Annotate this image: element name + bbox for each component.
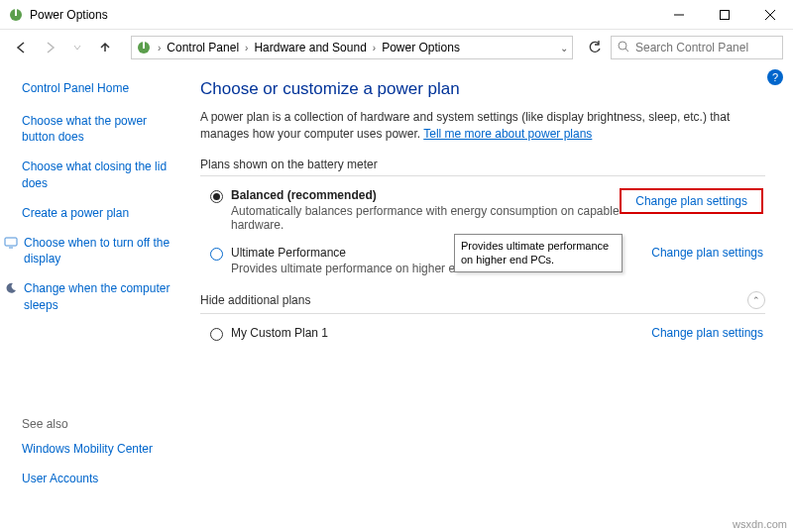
window-title: Power Options bbox=[30, 8, 656, 22]
sidebar-link-display[interactable]: Choose when to turn off the display bbox=[4, 235, 176, 266]
plan-name: My Custom Plan 1 bbox=[231, 326, 651, 340]
sidebar-link-lid[interactable]: Choose what closing the lid does bbox=[22, 159, 176, 190]
change-plan-settings-link[interactable]: Change plan settings bbox=[651, 246, 763, 260]
plan-row-custom: My Custom Plan 1 Change plan settings bbox=[200, 322, 765, 351]
hide-additional-header[interactable]: Hide additional plans ⌃ bbox=[200, 291, 765, 314]
plan-description: Automatically balances performance with … bbox=[231, 204, 620, 232]
close-button[interactable] bbox=[747, 0, 793, 30]
back-button[interactable] bbox=[10, 36, 34, 59]
refresh-button[interactable] bbox=[583, 36, 607, 59]
up-button[interactable] bbox=[93, 36, 117, 59]
recent-dropdown[interactable] bbox=[65, 36, 89, 59]
svg-line-9 bbox=[625, 49, 628, 52]
sidebar-item-label: Choose when to turn off the display bbox=[24, 235, 176, 266]
learn-more-link[interactable]: Tell me more about power plans bbox=[423, 127, 592, 141]
search-input[interactable] bbox=[635, 41, 784, 54]
sidebar-link-power-button[interactable]: Choose what the power button does bbox=[22, 113, 176, 145]
plans-section-header: Plans shown on the battery meter bbox=[200, 158, 765, 176]
svg-rect-10 bbox=[5, 238, 17, 246]
plan-name: Balanced (recommended) bbox=[231, 188, 620, 202]
radio-ultimate[interactable] bbox=[210, 248, 223, 261]
app-icon bbox=[8, 7, 24, 23]
power-options-icon bbox=[136, 40, 152, 55]
chevron-right-icon: › bbox=[371, 43, 378, 53]
svg-point-8 bbox=[619, 42, 626, 50]
sidebar-link-create-plan[interactable]: Create a power plan bbox=[22, 205, 176, 221]
see-also-label: See also bbox=[22, 417, 176, 431]
display-icon bbox=[4, 236, 18, 250]
search-icon bbox=[618, 39, 629, 56]
see-also-mobility[interactable]: Windows Mobility Center bbox=[22, 441, 176, 457]
search-box[interactable] bbox=[611, 36, 783, 59]
sidebar-link-sleep[interactable]: Change when the computer sleeps bbox=[4, 280, 176, 312]
moon-icon bbox=[4, 281, 18, 295]
radio-balanced[interactable] bbox=[210, 190, 223, 203]
radio-custom[interactable] bbox=[210, 328, 223, 341]
see-also-accounts[interactable]: User Accounts bbox=[22, 471, 176, 486]
change-plan-settings-link[interactable]: Change plan settings bbox=[620, 188, 763, 214]
chevron-down-icon[interactable]: ⌄ bbox=[560, 43, 568, 53]
control-panel-home-link[interactable]: Control Panel Home bbox=[22, 81, 176, 95]
svg-rect-7 bbox=[143, 42, 145, 49]
collapse-button[interactable]: ⌃ bbox=[747, 291, 765, 309]
sidebar-item-label: Change when the computer sleeps bbox=[24, 280, 176, 312]
chevron-right-icon: › bbox=[156, 43, 163, 53]
minimize-button[interactable] bbox=[656, 0, 702, 30]
breadcrumb-item[interactable]: Control Panel bbox=[163, 41, 243, 54]
change-plan-settings-link[interactable]: Change plan settings bbox=[651, 326, 763, 340]
chevron-right-icon: › bbox=[243, 43, 250, 53]
maximize-button[interactable] bbox=[702, 0, 747, 30]
svg-rect-3 bbox=[721, 10, 730, 19]
page-heading: Choose or customize a power plan bbox=[200, 79, 765, 99]
svg-rect-1 bbox=[15, 9, 17, 16]
tooltip: Provides ultimate performance on higher … bbox=[454, 234, 623, 272]
breadcrumb-item[interactable]: Power Options bbox=[378, 41, 464, 54]
watermark: wsxdn.com bbox=[733, 518, 787, 530]
page-description: A power plan is a collection of hardware… bbox=[200, 109, 765, 144]
address-bar[interactable]: › Control Panel › Hardware and Sound › P… bbox=[131, 36, 573, 59]
breadcrumb-item[interactable]: Hardware and Sound bbox=[250, 41, 370, 54]
forward-button[interactable] bbox=[38, 36, 61, 59]
